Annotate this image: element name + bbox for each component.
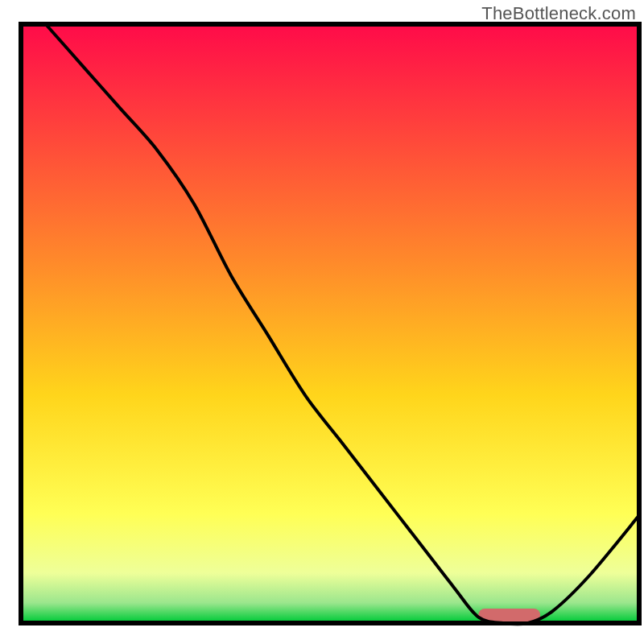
- watermark-text: TheBottleneck.com: [481, 3, 636, 24]
- chart-svg: [0, 0, 644, 644]
- chart-container: TheBottleneck.com: [0, 0, 644, 644]
- chart-background: [23, 27, 637, 621]
- optimal-marker: [478, 609, 540, 621]
